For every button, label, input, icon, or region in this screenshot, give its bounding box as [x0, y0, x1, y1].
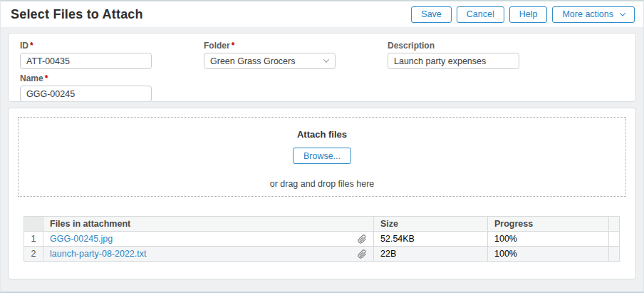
empty-cell — [609, 247, 620, 262]
files-table: Files in attachment Size Progress 1 GGG-… — [24, 216, 620, 262]
id-field-group: ID* — [20, 39, 152, 69]
required-marker: * — [232, 41, 235, 51]
empty-column-header — [609, 217, 620, 232]
table-row[interactable]: 2 launch-party-08-2022.txt 22B 100% — [24, 247, 620, 262]
progress-cell: 100% — [488, 232, 609, 247]
chevron-down-icon — [323, 56, 329, 62]
page-title: Select Files to Attach — [11, 7, 143, 22]
file-dropzone[interactable]: Attach files Browse... or drag and drop … — [18, 117, 626, 197]
id-input[interactable] — [20, 53, 152, 69]
description-input[interactable] — [388, 53, 519, 69]
help-button[interactable]: Help — [509, 6, 548, 23]
details-form-panel: ID* Folder* Green Grass Grocers Descript… — [8, 33, 636, 102]
file-cell: GGG-00245.jpg — [43, 232, 374, 247]
progress-cell: 100% — [488, 247, 609, 262]
paperclip-icon — [358, 235, 367, 244]
name-input[interactable] — [20, 86, 152, 102]
required-marker: * — [30, 41, 33, 51]
chevron-down-icon — [620, 10, 625, 16]
row-number: 1 — [24, 232, 43, 247]
size-cell: 52.54KB — [374, 232, 488, 247]
description-field-group: Description — [388, 39, 519, 69]
empty-cell — [609, 232, 620, 247]
size-cell: 22B — [374, 247, 488, 262]
attach-files-heading: Attach files — [19, 129, 625, 140]
page-header: Select Files to Attach Save Cancel Help … — [1, 1, 643, 27]
file-cell: launch-party-08-2022.txt — [43, 247, 374, 262]
description-label: Description — [388, 41, 519, 51]
file-link[interactable]: launch-party-08-2022.txt — [50, 249, 147, 259]
name-label: Name* — [20, 73, 152, 83]
paperclip-icon — [358, 250, 367, 259]
browse-button[interactable]: Browse... — [293, 148, 351, 164]
files-column-header: Files in attachment — [43, 217, 374, 232]
file-link[interactable]: GGG-00245.jpg — [50, 234, 113, 244]
id-label: ID* — [20, 41, 152, 51]
header-actions: Save Cancel Help More actions — [411, 6, 635, 23]
name-field-group: Name* — [20, 72, 152, 102]
row-number-header — [24, 217, 43, 232]
progress-column-header: Progress — [488, 217, 609, 232]
required-marker: * — [45, 73, 48, 83]
form-grid: ID* Folder* Green Grass Grocers Descript… — [20, 39, 624, 102]
folder-select[interactable]: Green Grass Grocers — [204, 53, 336, 69]
drag-drop-hint: or drag and drop files here — [19, 179, 625, 189]
table-header-row: Files in attachment Size Progress — [24, 217, 620, 232]
more-actions-button[interactable]: More actions — [552, 6, 635, 23]
select-files-window: Select Files to Attach Save Cancel Help … — [0, 0, 644, 293]
folder-label: Folder* — [204, 41, 336, 51]
save-button[interactable]: Save — [411, 6, 452, 23]
files-table-container: Files in attachment Size Progress 1 GGG-… — [24, 216, 626, 262]
folder-field-group: Folder* Green Grass Grocers — [204, 39, 336, 69]
size-column-header: Size — [374, 217, 488, 232]
cancel-button[interactable]: Cancel — [457, 6, 504, 23]
table-row[interactable]: 1 GGG-00245.jpg 52.54KB 100% — [24, 232, 620, 247]
more-actions-label: More actions — [562, 9, 613, 19]
folder-select-value: Green Grass Grocers — [210, 56, 295, 66]
attachments-panel: Attach files Browse... or drag and drop … — [8, 108, 636, 279]
row-number: 2 — [24, 247, 43, 262]
